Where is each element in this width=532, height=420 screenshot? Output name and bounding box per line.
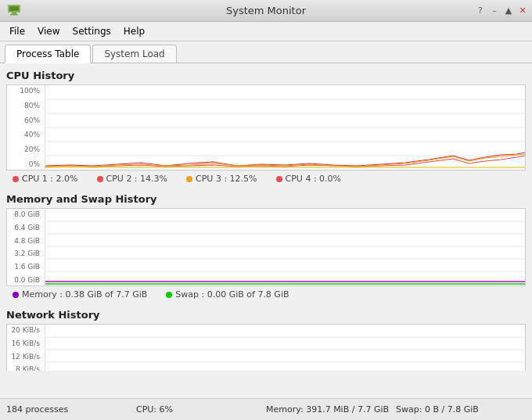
net-y-16: 16 KiB/s	[9, 339, 43, 347]
close-button[interactable]: ✕	[516, 5, 529, 17]
cpu-section: CPU History 100% 80% 60% 40% 20% 0%	[6, 70, 526, 187]
cpu4-legend-label: CPU 4 : 0.0%	[286, 174, 342, 184]
mem-legend: Memory : 0.38 GiB of 7.7 GiB Swap : 0.00…	[6, 286, 526, 303]
status-bar: 184 processes CPU: 6% Memory: 391.7 MiB …	[0, 398, 532, 420]
status-cpu: CPU: 6%	[136, 404, 266, 415]
menu-settings[interactable]: Settings	[66, 23, 117, 39]
cpu-y-60: 60%	[9, 117, 43, 124]
title-bar: System Monitor ? – ▲ ✕	[0, 0, 532, 22]
menu-bar: File View Settings Help	[0, 22, 532, 41]
net-y-labels: 20 KiB/s 16 KiB/s 12 KiB/s 8 KiB/s 4 KiB…	[7, 325, 45, 371]
net-chart-svg	[45, 325, 525, 371]
net-y-8: 8 KiB/s	[9, 365, 43, 371]
mem-section-title: Memory and Swap History	[6, 193, 526, 205]
mem-y-labels: 8.0 GiB 6.4 GiB 4.8 GiB 3.2 GiB 1.6 GiB …	[7, 209, 45, 285]
net-chart-area	[45, 325, 525, 371]
mem-y-48: 4.8 GiB	[9, 237, 43, 245]
cpu-y-0: 0%	[9, 160, 43, 168]
minimize-button[interactable]: –	[488, 5, 501, 17]
help-button[interactable]: ?	[474, 5, 487, 17]
cpu1-legend-dot	[13, 176, 19, 182]
cpu-legend: CPU 1 : 2.0% CPU 2 : 14.3% CPU 3 : 12.5%…	[6, 171, 526, 187]
mem-y-0: 0.0 GiB	[9, 276, 43, 284]
tabs-bar: Process Table System Load	[0, 41, 532, 63]
swap-legend-dot	[166, 292, 172, 298]
cpu1-legend-item: CPU 1 : 2.0%	[13, 174, 78, 184]
cpu4-legend-dot	[276, 176, 282, 182]
net-section: Network History 20 KiB/s 16 KiB/s 12 KiB…	[6, 309, 526, 371]
mem-legend-item: Memory : 0.38 GiB of 7.7 GiB	[13, 289, 147, 300]
cpu3-legend-dot	[186, 176, 192, 182]
svg-rect-3	[10, 14, 18, 16]
cpu2-legend-dot	[97, 176, 103, 182]
mem-section: Memory and Swap History 8.0 GiB 6.4 GiB …	[6, 193, 526, 303]
mem-legend-dot	[13, 292, 19, 298]
mem-y-16: 1.6 GiB	[9, 263, 43, 271]
cpu-y-100: 100%	[9, 87, 43, 95]
mem-y-32: 3.2 GiB	[9, 249, 43, 257]
menu-view[interactable]: View	[31, 23, 66, 39]
status-memory: Memory: 391.7 MiB / 7.7 GiB	[266, 404, 396, 415]
content-area: CPU History 100% 80% 60% 40% 20% 0%	[0, 63, 532, 371]
cpu-y-20: 20%	[9, 145, 43, 153]
net-section-title: Network History	[6, 309, 526, 321]
cpu2-legend-item: CPU 2 : 14.3%	[97, 174, 168, 184]
tab-system-load[interactable]: System Load	[92, 45, 176, 63]
cpu-chart-area	[45, 85, 525, 170]
cpu-chart: 100% 80% 60% 40% 20% 0%	[6, 84, 526, 171]
cpu3-legend-item: CPU 3 : 12.5%	[186, 174, 257, 184]
swap-legend-item: Swap : 0.00 GiB of 7.8 GiB	[166, 289, 289, 300]
mem-chart-svg	[45, 209, 525, 286]
maximize-button[interactable]: ▲	[502, 5, 515, 17]
cpu-y-40: 40%	[9, 131, 43, 138]
cpu4-legend-item: CPU 4 : 0.0%	[276, 174, 342, 184]
app-icon	[6, 2, 22, 17]
cpu3-legend-label: CPU 3 : 12.5%	[196, 174, 257, 184]
cpu-y-80: 80%	[9, 102, 43, 109]
menu-file[interactable]: File	[3, 23, 31, 39]
mem-y-8: 8.0 GiB	[9, 210, 43, 218]
mem-chart-area	[45, 209, 525, 285]
cpu2-legend-label: CPU 2 : 14.3%	[106, 174, 168, 184]
status-swap: Swap: 0 B / 7.8 GiB	[396, 404, 526, 415]
mem-legend-label: Memory : 0.38 GiB of 7.7 GiB	[22, 289, 147, 300]
mem-y-64: 6.4 GiB	[9, 224, 43, 232]
cpu1-legend-label: CPU 1 : 2.0%	[22, 174, 78, 184]
status-processes: 184 processes	[6, 404, 136, 415]
svg-rect-1	[9, 6, 19, 11]
cpu-chart-svg	[45, 85, 525, 171]
tab-process-table[interactable]: Process Table	[5, 45, 91, 63]
net-y-12: 12 KiB/s	[9, 353, 43, 361]
cpu-section-title: CPU History	[6, 70, 526, 81]
swap-legend-label: Swap : 0.00 GiB of 7.8 GiB	[175, 289, 289, 300]
net-chart: 20 KiB/s 16 KiB/s 12 KiB/s 8 KiB/s 4 KiB…	[6, 324, 526, 371]
menu-help[interactable]: Help	[117, 23, 151, 39]
cpu-y-labels: 100% 80% 60% 40% 20% 0%	[7, 85, 45, 170]
svg-rect-2	[12, 13, 16, 14]
net-y-20: 20 KiB/s	[9, 326, 43, 334]
mem-chart: 8.0 GiB 6.4 GiB 4.8 GiB 3.2 GiB 1.6 GiB …	[6, 208, 526, 286]
window-title: System Monitor	[226, 5, 306, 16]
app-icon-area	[6, 2, 22, 20]
window-controls: ? – ▲ ✕	[474, 5, 529, 17]
